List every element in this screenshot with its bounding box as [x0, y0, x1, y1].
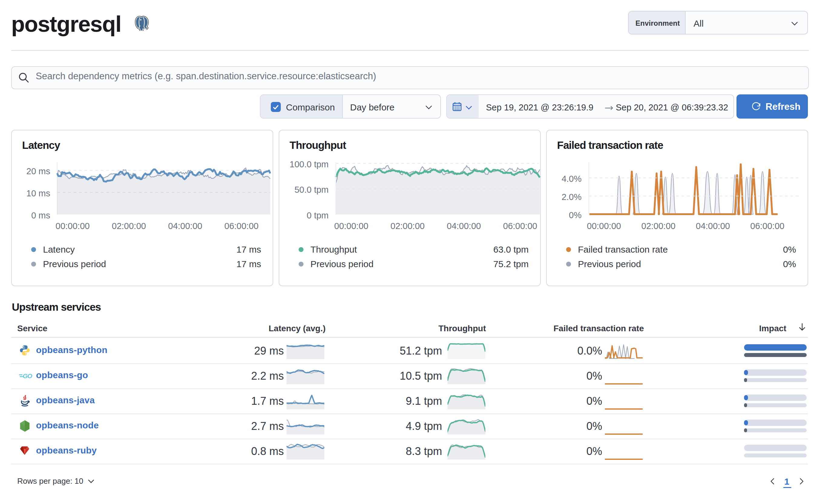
svg-text:GO: GO — [23, 372, 32, 379]
